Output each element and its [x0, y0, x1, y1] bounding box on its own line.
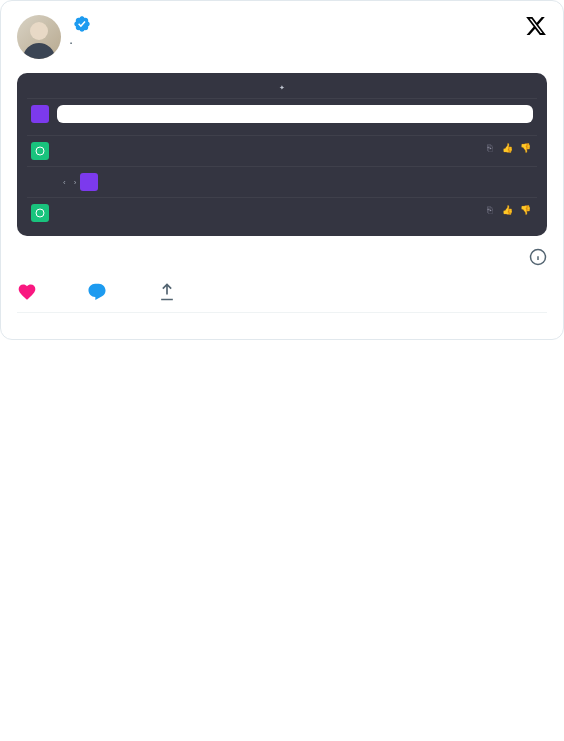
- reply-button[interactable]: [87, 282, 115, 302]
- user-followup: [106, 173, 533, 191]
- thumbs-up-icon[interactable]: 👍: [501, 204, 513, 216]
- svg-point-1: [36, 147, 44, 155]
- info-icon[interactable]: [529, 248, 547, 266]
- heart-icon: [17, 282, 37, 302]
- message-actions: ⎘ 👍 👎: [483, 142, 531, 154]
- thumbs-up-icon[interactable]: 👍: [501, 142, 513, 154]
- model-indicator: [27, 83, 537, 92]
- user-badge: [31, 105, 49, 123]
- like-button[interactable]: [17, 282, 45, 302]
- thumbs-down-icon[interactable]: 👎: [519, 142, 531, 154]
- thumbs-down-icon[interactable]: 👎: [519, 204, 531, 216]
- ai-badge: [31, 204, 49, 222]
- ai-badge: [31, 142, 49, 160]
- avatar[interactable]: [17, 15, 61, 59]
- tweet-header: ·: [17, 15, 547, 59]
- share-icon: [157, 282, 177, 302]
- svg-point-2: [36, 209, 44, 217]
- ai-refusal: [57, 142, 533, 160]
- chat-screenshot: ⎘ 👍 👎 ‹ › ⎘ 👍 👎: [17, 73, 547, 236]
- message-actions: ⎘ 👍 👎: [483, 204, 531, 216]
- share-button[interactable]: [157, 282, 185, 302]
- copy-icon[interactable]: ⎘: [483, 204, 495, 216]
- copy-icon[interactable]: ⎘: [483, 142, 495, 154]
- user-badge: [80, 173, 98, 191]
- message-pager[interactable]: ‹ ›: [27, 178, 80, 187]
- author-handle: ·: [69, 33, 517, 52]
- leader-image-panel: [57, 105, 533, 123]
- tweet-card: · ⎘ 👍 👎: [0, 0, 564, 340]
- reply-icon: [87, 282, 107, 302]
- verified-icon: [73, 15, 91, 33]
- svg-point-0: [30, 22, 48, 40]
- x-logo-icon[interactable]: [525, 15, 547, 37]
- tweet-meta: [17, 248, 547, 266]
- action-bar: [17, 276, 547, 313]
